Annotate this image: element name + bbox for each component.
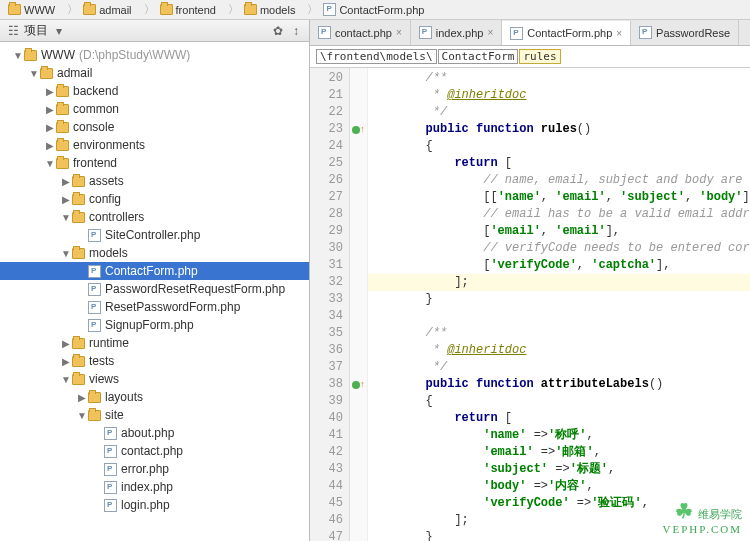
- tree-item-site[interactable]: ▼site: [0, 406, 309, 424]
- tab-passwordrese[interactable]: PasswordRese: [631, 20, 739, 45]
- code-line[interactable]: // verifyCode needs to be entered correc…: [368, 240, 750, 257]
- code-line[interactable]: */: [368, 359, 750, 376]
- php-file-icon: [104, 463, 117, 476]
- php-file-icon: [88, 283, 101, 296]
- tree-twist[interactable]: ▶: [76, 392, 88, 403]
- tree-item-layouts[interactable]: ▶layouts: [0, 388, 309, 406]
- tree-twist[interactable]: ▶: [60, 338, 72, 349]
- tree-twist[interactable]: ▶: [44, 140, 56, 151]
- code-line[interactable]: 'name' =>'称呼',: [368, 427, 750, 444]
- tab-index-php[interactable]: index.php×: [411, 20, 503, 45]
- tree-twist[interactable]: ▶: [44, 86, 56, 97]
- tree-item-contactform-php[interactable]: ContactForm.php: [0, 262, 309, 280]
- tree-item-contact-php[interactable]: contact.php: [0, 442, 309, 460]
- code-line[interactable]: return [: [368, 410, 750, 427]
- tab-contactform-php[interactable]: ContactForm.php×: [502, 21, 631, 46]
- code-breadcrumb[interactable]: \frontend\models\ ContactForm rules: [310, 46, 750, 68]
- code-line[interactable]: /**: [368, 325, 750, 342]
- tree-twist[interactable]: ▶: [60, 356, 72, 367]
- tree-twist[interactable]: ▼: [12, 50, 24, 61]
- code-line[interactable]: 'verifyCode' =>'验证码',: [368, 495, 750, 512]
- tree-item-signupform-php[interactable]: SignupForm.php: [0, 316, 309, 334]
- tree-item-runtime[interactable]: ▶runtime: [0, 334, 309, 352]
- tree-item-admail[interactable]: ▼admail: [0, 64, 309, 82]
- crumb-segment[interactable]: \frontend\models\: [316, 49, 437, 64]
- tree-item-login-php[interactable]: login.php: [0, 496, 309, 514]
- collapse-icon[interactable]: ↕: [289, 24, 303, 38]
- tree-item-assets[interactable]: ▶assets: [0, 172, 309, 190]
- tree-item-views[interactable]: ▼views: [0, 370, 309, 388]
- code-line[interactable]: {: [368, 393, 750, 410]
- code-editor[interactable]: 2021222324252627282930313233343536373839…: [310, 68, 750, 541]
- tree-item-frontend[interactable]: ▼frontend: [0, 154, 309, 172]
- tree-item-controllers[interactable]: ▼controllers: [0, 208, 309, 226]
- tree-item-models[interactable]: ▼models: [0, 244, 309, 262]
- code-line[interactable]: ];: [368, 512, 750, 529]
- sidebar-header: ☷ 项目 ▾ ✿ ↕: [0, 20, 309, 42]
- code-line[interactable]: return [: [368, 155, 750, 172]
- tree-item-passwordresetrequestform-php[interactable]: PasswordResetRequestForm.php: [0, 280, 309, 298]
- tree-twist[interactable]: ▶: [44, 122, 56, 133]
- code-line[interactable]: ];: [368, 274, 750, 291]
- tree-item-console[interactable]: ▶console: [0, 118, 309, 136]
- code-line[interactable]: [368, 308, 750, 325]
- tree-twist[interactable]: ▼: [60, 212, 72, 223]
- tree-item-error-php[interactable]: error.php: [0, 460, 309, 478]
- code-line[interactable]: [['name', 'email', 'subject', 'body'], '…: [368, 189, 750, 206]
- code-line[interactable]: public function attributeLabels(): [368, 376, 750, 393]
- code-line[interactable]: {: [368, 138, 750, 155]
- code-line[interactable]: */: [368, 104, 750, 121]
- code-line[interactable]: }: [368, 291, 750, 308]
- tree-item-about-php[interactable]: about.php: [0, 424, 309, 442]
- folder-icon: [83, 4, 96, 15]
- close-icon[interactable]: ×: [396, 27, 402, 38]
- code-line[interactable]: ['email', 'email'],: [368, 223, 750, 240]
- crumb-segment-active[interactable]: rules: [519, 49, 560, 64]
- file-tree[interactable]: ▼WWW(D:\phpStudy\WWW)▼admail▶backend▶com…: [0, 42, 309, 541]
- code-line[interactable]: ['verifyCode', 'captcha'],: [368, 257, 750, 274]
- tree-twist[interactable]: ▼: [76, 410, 88, 421]
- code-line[interactable]: // email has to be a valid email address: [368, 206, 750, 223]
- tree-item-www[interactable]: ▼WWW(D:\phpStudy\WWW): [0, 46, 309, 64]
- tree-item-tests[interactable]: ▶tests: [0, 352, 309, 370]
- code-line[interactable]: * @inheritdoc: [368, 87, 750, 104]
- line-gutter: 2021222324252627282930313233343536373839…: [310, 68, 350, 541]
- folder-icon: [88, 392, 101, 403]
- code-line[interactable]: 'email' =>'邮箱',: [368, 444, 750, 461]
- code-line[interactable]: 'body' =>'内容',: [368, 478, 750, 495]
- code-line[interactable]: // name, email, subject and body are req…: [368, 172, 750, 189]
- code-lines[interactable]: /** * @inheritdoc */ public function rul…: [368, 68, 750, 541]
- code-line[interactable]: 'subject' =>'标题',: [368, 461, 750, 478]
- tree-item-index-php[interactable]: index.php: [0, 478, 309, 496]
- tab-contact-php[interactable]: contact.php×: [310, 20, 411, 45]
- tree-twist[interactable]: ▶: [60, 176, 72, 187]
- code-line[interactable]: * @inheritdoc: [368, 342, 750, 359]
- code-line[interactable]: /**: [368, 70, 750, 87]
- php-file-icon: [88, 301, 101, 314]
- tree-twist[interactable]: ▶: [44, 104, 56, 115]
- tree-item-sitecontroller-php[interactable]: SiteController.php: [0, 226, 309, 244]
- tree-twist[interactable]: ▼: [60, 248, 72, 259]
- settings-icon[interactable]: ✿: [271, 24, 285, 38]
- tree-twist[interactable]: ▼: [28, 68, 40, 79]
- tree-twist[interactable]: ▶: [60, 194, 72, 205]
- editor-tabs[interactable]: contact.php×index.php×ContactForm.php×Pa…: [310, 20, 750, 46]
- php-file-icon: [318, 26, 331, 39]
- tree-item-backend[interactable]: ▶backend: [0, 82, 309, 100]
- dropdown-icon[interactable]: ▾: [52, 24, 66, 38]
- tree-twist[interactable]: ▼: [44, 158, 56, 169]
- tree-item-config[interactable]: ▶config: [0, 190, 309, 208]
- code-line[interactable]: public function rules(): [368, 121, 750, 138]
- folder-icon: [56, 158, 69, 169]
- folder-icon: [24, 50, 37, 61]
- project-tree-icon[interactable]: ☷: [6, 24, 20, 38]
- code-line[interactable]: }: [368, 529, 750, 541]
- close-icon[interactable]: ×: [616, 28, 622, 39]
- tree-twist[interactable]: ▼: [60, 374, 72, 385]
- tree-item-resetpasswordform-php[interactable]: ResetPasswordForm.php: [0, 298, 309, 316]
- close-icon[interactable]: ×: [487, 27, 493, 38]
- folder-icon: [72, 212, 85, 223]
- tree-item-environments[interactable]: ▶environments: [0, 136, 309, 154]
- crumb-segment[interactable]: ContactForm: [438, 49, 519, 64]
- tree-item-common[interactable]: ▶common: [0, 100, 309, 118]
